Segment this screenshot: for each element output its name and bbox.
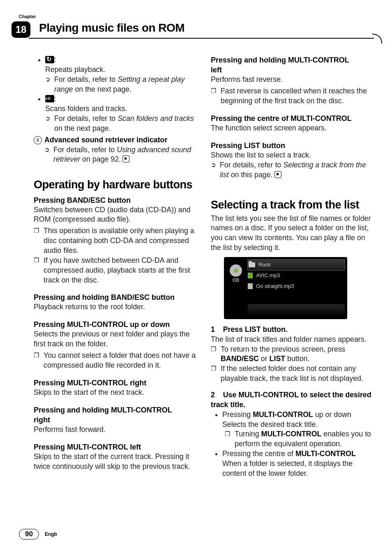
step1-note2: If the selected folder does not contain … [211,364,373,384]
mclh-head: Pressing and holding MULTI-CONTROLleft [211,55,373,75]
s1b1c: or [259,354,270,363]
repeat-bullet: : Repeats playback. For details, refer t… [45,55,196,94]
repeat-detail-suffix: on the next page. [73,85,131,93]
s1b1d: LIST [270,354,286,363]
step1-num: 1 [211,325,215,334]
repeat-detail: For details, refer to Setting a repeat p… [45,75,196,95]
d1b: MULTI-CONTROL [253,410,313,419]
d1sb: MULTI-CONTROL [261,430,322,438]
chapter-label: Chapter [19,14,36,19]
d1sa: Turning [235,430,261,438]
end-mark-icon [122,155,129,162]
step1: 1 Press LIST button. [211,325,373,335]
d2b: MULTI-CONTROL [295,449,356,458]
track-list-screenshot: CD Rock AVIC.mp3 Go straig [224,257,347,319]
scan-detail-suffix: on the next page. [54,124,111,132]
step2-d1-sub: Turning MULTI-CONTROL enables you to per… [225,429,373,449]
title-rule [29,38,374,39]
list-detail-suffix: on this page. [229,171,273,179]
page: Chapter 18 Playing music files on ROM : … [0,0,392,556]
adv-indicator: 8 Advanced sound retriever indicator [34,135,196,145]
row1-text: Rock [258,262,271,268]
mcrh-head: Pressing and holding MULTI-CONTROLright [34,405,196,425]
file-icon [248,273,253,278]
mcl-head: Pressing MULTI-CONTROL left [34,442,196,452]
mcud-text: Selects the previous or next folder and … [34,329,196,349]
chapter-number-badge: 18 [12,21,30,38]
screenshot-space [248,292,345,306]
step1-head: Press LIST button. [223,325,288,334]
repeat-icon [45,56,54,63]
chapter-number: 18 [16,24,27,35]
list-row-folder: Rock [247,259,345,271]
hw-heading: Operating by hardware buttons [34,178,196,191]
sel-heading: Selecting a track from the list [211,199,373,211]
band-head: Pressing BAND/ESC button [34,195,196,205]
columns: : Repeats playback. For details, refer t… [34,55,373,511]
mcc-text: The function select screen appears. [211,123,373,133]
step1-text: The list of track titles and folder name… [211,335,373,345]
band-note2: If you have switched between CD-DA and c… [34,256,196,285]
mcr-head: Pressing MULTI-CONTROL right [34,378,196,388]
sel-intro: The list lets you see the list of file n… [211,214,373,253]
s1b1a: To return to the previous screen, press [221,345,345,353]
mcl-text: Skips to the start of the current track.… [34,452,196,472]
mcrh-text: Performs fast forward. [34,425,196,435]
step1-note1: To return to the previous screen, press … [211,345,373,364]
band-text: Switches between CD (audio data (CD-DA))… [34,205,196,225]
repeat-detail-prefix: For details, refer to [54,75,118,83]
row2-text: AVIC.mp3 [256,272,280,278]
scan-detail-prefix: For details, refer to [54,114,118,123]
mclh-text: Performs fast reverse. [211,75,373,85]
left-column: : Repeats playback. For details, refer t… [34,55,196,511]
step2-d1: Pressing MULTI-CONTROL up or down Select… [222,410,373,449]
s1b1b: BAND/ESC [221,354,259,363]
screenshot-gloss [248,304,345,317]
d2a: Pressing the centre of [222,449,295,458]
list-row-file: Go straight.mp3 [248,281,345,292]
footer: 90 Engb [19,529,57,540]
repeat-desc: Repeats playback. [45,65,105,74]
end-mark-icon [274,171,281,178]
screenshot-frame: CD Rock AVIC.mp3 Go straig [224,257,347,319]
step2: 2 Use MULTI-CONTROL to select the desire… [211,390,373,410]
screenshot-side: CD [226,259,245,317]
adv-detail-prefix: For details, refer to [53,146,117,154]
right-column: Pressing and holding MULTI-CONTROLleft P… [211,55,373,511]
s1b1e: button. [285,354,309,363]
list-detail-prefix: For details, refer to [220,161,283,169]
mclh-note1: Fast reverse is cancelled when it reache… [211,86,373,106]
mcud-note1: You cannot select a folder that does not… [34,351,196,371]
adv-num: 8 [34,136,42,144]
adv-detail-suffix: on page 92. [80,155,121,163]
step2-bullets: Pressing MULTI-CONTROL up or down Select… [211,410,373,479]
folder-icon [249,262,255,267]
cd-label: CD [233,278,239,283]
cd-disc-icon [230,264,242,277]
file-icon [248,283,253,289]
mcc-head: Pressing the centre of MULTI-CONTROL [211,114,373,123]
bandhold-head: Pressing and holding BAND/ESC button [34,292,196,302]
scan-desc: Scans folders and tracks. [45,104,127,113]
d1a: Pressing [222,410,253,419]
icon-bullets: : Repeats playback. For details, refer t… [34,55,196,134]
lang-code: Engb [45,531,57,537]
page-number: 90 [19,529,39,540]
d1p: Selects the desired track title. [222,420,318,429]
mcud-head: Pressing MULTI-CONTROL up or down [34,320,196,329]
d1c: up or down [313,410,351,419]
d2p: When a folder is selected, it displays t… [222,459,353,477]
scan-icon [45,95,54,102]
list-detail: For details, refer to Selecting a track … [211,160,373,180]
chapter-title: Playing music files on ROM [39,21,184,35]
bandhold-text: Playback returns to the root folder. [34,302,196,312]
screenshot-list: Rock AVIC.mp3 Go straight.mp3 [248,259,345,317]
list-text: Shows the list to select a track. [211,151,373,160]
adv-detail: For details, refer to Using advanced sou… [44,145,196,165]
step2-head: Use MULTI-CONTROL to select the desired … [211,391,371,409]
scan-detail: For details, refer to Scan folders and t… [45,114,196,134]
list-head: Pressing LIST button [211,141,373,151]
step2-num: 2 [211,391,215,399]
adv-title: Advanced sound retriever indicator [44,136,167,144]
step2-d2: Pressing the centre of MULTI-CONTROL Whe… [222,449,373,479]
